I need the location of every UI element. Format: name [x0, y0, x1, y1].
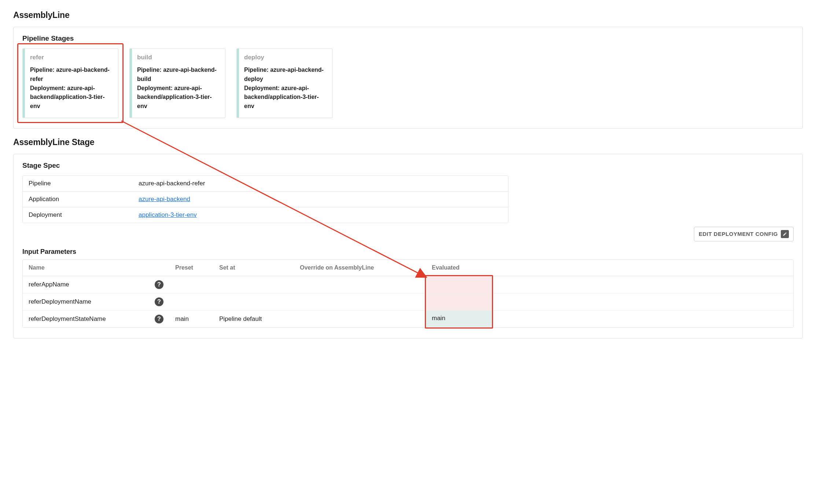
spec-link[interactable]: application-3-tier-env — [139, 211, 197, 218]
stage-card-build[interactable]: buildPipeline: azure-api-backend-buildDe… — [129, 48, 225, 118]
param-name-cell: referDeploymentName? — [23, 293, 169, 310]
param-preset — [169, 298, 213, 306]
stage-card-deploy[interactable]: deployPipeline: azure-api-backend-deploy… — [236, 48, 332, 118]
param-override — [294, 298, 426, 306]
spec-value[interactable]: azure-api-backend — [133, 192, 508, 207]
panel-title-stage-spec: Stage Spec — [22, 162, 794, 170]
param-name: referDeploymentName — [29, 298, 91, 305]
table-row: referDeploymentStateName?mainPipeline de… — [23, 310, 793, 327]
param-name-cell: referAppName? — [23, 276, 169, 293]
col-header-evaluated: Evaluated — [426, 260, 492, 276]
stage-spec-table: Pipelineazure-api-backend-referApplicati… — [22, 175, 508, 223]
param-override — [294, 315, 426, 323]
spec-value: azure-api-backend-refer — [133, 176, 508, 191]
help-icon[interactable]: ? — [155, 297, 163, 306]
table-row: referDeploymentName? — [23, 293, 793, 310]
param-preset — [169, 281, 213, 289]
panel-pipeline-stages: Pipeline Stages referPipeline: azure-api… — [13, 27, 803, 129]
panel-stage-spec: Stage Spec Pipelineazure-api-backend-ref… — [13, 154, 803, 338]
help-icon[interactable]: ? — [155, 280, 163, 289]
spec-key: Application — [23, 192, 133, 207]
spec-link[interactable]: azure-api-backend — [139, 196, 190, 203]
param-set-at — [213, 281, 294, 289]
section-title-assemblyline-stage: AssemblyLine Stage — [13, 137, 803, 147]
input-parameters-header-row: Name Preset Set at Override on AssemblyL… — [23, 260, 793, 276]
stage-name: deploy — [244, 54, 326, 61]
help-icon[interactable]: ? — [155, 315, 163, 323]
col-header-setat: Set at — [213, 260, 294, 276]
param-name-cell: referDeploymentStateName? — [23, 311, 169, 327]
table-row: referAppName? — [23, 276, 793, 293]
col-header-override: Override on AssemblyLine — [294, 260, 426, 276]
param-evaluated — [426, 276, 492, 293]
stage-pipeline: Pipeline: azure-api-backend-refer — [30, 66, 112, 84]
edit-deployment-config-button[interactable]: EDIT DEPLOYMENT CONFIG — [694, 227, 794, 241]
param-evaluated: main — [426, 311, 492, 327]
spec-row: Pipelineazure-api-backend-refer — [23, 176, 508, 191]
param-set-at — [213, 298, 294, 306]
stage-pipeline: Pipeline: azure-api-backend-build — [137, 66, 219, 84]
pipeline-stages-row: referPipeline: azure-api-backend-referDe… — [22, 48, 794, 118]
param-override — [294, 281, 426, 289]
stage-deployment: Deployment: azure-api-backend/applicatio… — [137, 84, 219, 111]
spec-key: Pipeline — [23, 176, 133, 191]
stage-deployment: Deployment: azure-api-backend/applicatio… — [30, 84, 112, 111]
stage-name: build — [137, 54, 219, 61]
param-preset: main — [169, 311, 213, 327]
stage-pipeline: Pipeline: azure-api-backend-deploy — [244, 66, 326, 84]
input-parameters-table: Name Preset Set at Override on AssemblyL… — [22, 259, 794, 328]
stage-deployment: Deployment: azure-api-backend/applicatio… — [244, 84, 326, 111]
input-parameters-title: Input Parameters — [22, 248, 794, 256]
spec-key: Deployment — [23, 207, 133, 223]
col-header-name: Name — [23, 260, 169, 276]
param-name: referAppName — [29, 281, 69, 288]
param-evaluated — [426, 293, 492, 310]
pencil-icon — [781, 230, 789, 238]
param-set-at: Pipeline default — [213, 311, 294, 327]
section-title-assemblyline: AssemblyLine — [13, 10, 803, 20]
param-name: referDeploymentStateName — [29, 315, 106, 323]
spec-value[interactable]: application-3-tier-env — [133, 207, 508, 223]
col-header-preset: Preset — [169, 260, 213, 276]
edit-deployment-config-label: EDIT DEPLOYMENT CONFIG — [699, 231, 778, 237]
spec-row: Applicationazure-api-backend — [23, 191, 508, 207]
stage-name: refer — [30, 54, 112, 61]
panel-title-pipeline-stages: Pipeline Stages — [22, 34, 794, 42]
stage-card-refer[interactable]: referPipeline: azure-api-backend-referDe… — [22, 48, 118, 118]
spec-row: Deploymentapplication-3-tier-env — [23, 207, 508, 223]
